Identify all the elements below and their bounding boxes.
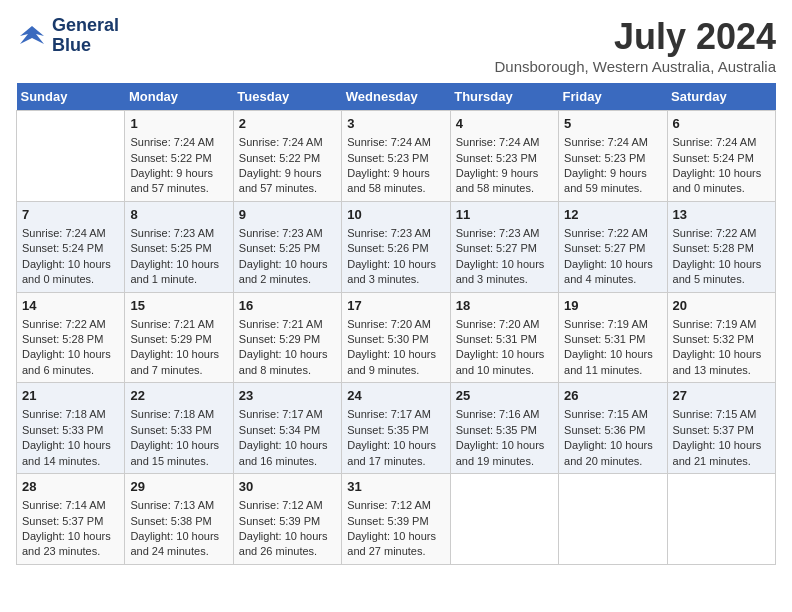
- calendar-cell: 28Sunrise: 7:14 AMSunset: 5:37 PMDayligh…: [17, 474, 125, 565]
- sunrise-text: Sunrise: 7:14 AM: [22, 499, 106, 511]
- sunrise-text: Sunrise: 7:18 AM: [22, 408, 106, 420]
- day-number: 22: [130, 387, 227, 405]
- day-number: 24: [347, 387, 444, 405]
- day-number: 28: [22, 478, 119, 496]
- calendar-cell: 24Sunrise: 7:17 AMSunset: 5:35 PMDayligh…: [342, 383, 450, 474]
- logo-text: GeneralBlue: [52, 16, 119, 56]
- day-number: 14: [22, 297, 119, 315]
- sunrise-text: Sunrise: 7:22 AM: [22, 318, 106, 330]
- sunset-text: Sunset: 5:35 PM: [456, 424, 537, 436]
- daylight-text: Daylight: 10 hours and 4 minutes.: [564, 258, 653, 285]
- sunset-text: Sunset: 5:27 PM: [564, 242, 645, 254]
- day-number: 27: [673, 387, 770, 405]
- calendar-cell: 5Sunrise: 7:24 AMSunset: 5:23 PMDaylight…: [559, 111, 667, 202]
- daylight-text: Daylight: 10 hours and 7 minutes.: [130, 348, 219, 375]
- sunset-text: Sunset: 5:22 PM: [239, 152, 320, 164]
- daylight-text: Daylight: 9 hours and 58 minutes.: [456, 167, 539, 194]
- logo-icon: [16, 22, 48, 50]
- sunrise-text: Sunrise: 7:23 AM: [239, 227, 323, 239]
- calendar-cell: 29Sunrise: 7:13 AMSunset: 5:38 PMDayligh…: [125, 474, 233, 565]
- sunset-text: Sunset: 5:37 PM: [22, 515, 103, 527]
- day-number: 6: [673, 115, 770, 133]
- day-number: 15: [130, 297, 227, 315]
- svg-marker-0: [20, 26, 44, 44]
- sunrise-text: Sunrise: 7:21 AM: [130, 318, 214, 330]
- col-header-tuesday: Tuesday: [233, 83, 341, 111]
- day-number: 13: [673, 206, 770, 224]
- daylight-text: Daylight: 10 hours and 19 minutes.: [456, 439, 545, 466]
- calendar-table: SundayMondayTuesdayWednesdayThursdayFrid…: [16, 83, 776, 565]
- calendar-cell: 25Sunrise: 7:16 AMSunset: 5:35 PMDayligh…: [450, 383, 558, 474]
- calendar-cell: [667, 474, 775, 565]
- daylight-text: Daylight: 9 hours and 57 minutes.: [239, 167, 322, 194]
- day-number: 2: [239, 115, 336, 133]
- daylight-text: Daylight: 10 hours and 8 minutes.: [239, 348, 328, 375]
- daylight-text: Daylight: 10 hours and 0 minutes.: [673, 167, 762, 194]
- logo: GeneralBlue: [16, 16, 119, 56]
- sunset-text: Sunset: 5:29 PM: [130, 333, 211, 345]
- week-row-4: 21Sunrise: 7:18 AMSunset: 5:33 PMDayligh…: [17, 383, 776, 474]
- calendar-cell: 1Sunrise: 7:24 AMSunset: 5:22 PMDaylight…: [125, 111, 233, 202]
- col-header-thursday: Thursday: [450, 83, 558, 111]
- sunrise-text: Sunrise: 7:21 AM: [239, 318, 323, 330]
- week-row-5: 28Sunrise: 7:14 AMSunset: 5:37 PMDayligh…: [17, 474, 776, 565]
- daylight-text: Daylight: 10 hours and 27 minutes.: [347, 530, 436, 557]
- calendar-cell: 11Sunrise: 7:23 AMSunset: 5:27 PMDayligh…: [450, 201, 558, 292]
- day-number: 25: [456, 387, 553, 405]
- calendar-cell: 18Sunrise: 7:20 AMSunset: 5:31 PMDayligh…: [450, 292, 558, 383]
- calendar-cell: 30Sunrise: 7:12 AMSunset: 5:39 PMDayligh…: [233, 474, 341, 565]
- sunset-text: Sunset: 5:32 PM: [673, 333, 754, 345]
- day-number: 1: [130, 115, 227, 133]
- daylight-text: Daylight: 10 hours and 0 minutes.: [22, 258, 111, 285]
- sunset-text: Sunset: 5:23 PM: [456, 152, 537, 164]
- daylight-text: Daylight: 10 hours and 16 minutes.: [239, 439, 328, 466]
- day-number: 9: [239, 206, 336, 224]
- sunset-text: Sunset: 5:26 PM: [347, 242, 428, 254]
- calendar-cell: 31Sunrise: 7:12 AMSunset: 5:39 PMDayligh…: [342, 474, 450, 565]
- day-number: 4: [456, 115, 553, 133]
- calendar-cell: 23Sunrise: 7:17 AMSunset: 5:34 PMDayligh…: [233, 383, 341, 474]
- sunset-text: Sunset: 5:24 PM: [673, 152, 754, 164]
- day-number: 21: [22, 387, 119, 405]
- sunrise-text: Sunrise: 7:23 AM: [347, 227, 431, 239]
- sunset-text: Sunset: 5:27 PM: [456, 242, 537, 254]
- sunset-text: Sunset: 5:37 PM: [673, 424, 754, 436]
- day-number: 23: [239, 387, 336, 405]
- day-number: 7: [22, 206, 119, 224]
- sunrise-text: Sunrise: 7:18 AM: [130, 408, 214, 420]
- calendar-cell: 9Sunrise: 7:23 AMSunset: 5:25 PMDaylight…: [233, 201, 341, 292]
- sunrise-text: Sunrise: 7:15 AM: [673, 408, 757, 420]
- sunrise-text: Sunrise: 7:24 AM: [239, 136, 323, 148]
- sunset-text: Sunset: 5:28 PM: [22, 333, 103, 345]
- day-number: 30: [239, 478, 336, 496]
- sunset-text: Sunset: 5:24 PM: [22, 242, 103, 254]
- header-row: SundayMondayTuesdayWednesdayThursdayFrid…: [17, 83, 776, 111]
- sunrise-text: Sunrise: 7:15 AM: [564, 408, 648, 420]
- calendar-cell: [559, 474, 667, 565]
- sunrise-text: Sunrise: 7:12 AM: [347, 499, 431, 511]
- calendar-cell: 21Sunrise: 7:18 AMSunset: 5:33 PMDayligh…: [17, 383, 125, 474]
- calendar-cell: 3Sunrise: 7:24 AMSunset: 5:23 PMDaylight…: [342, 111, 450, 202]
- sunrise-text: Sunrise: 7:23 AM: [456, 227, 540, 239]
- calendar-cell: 12Sunrise: 7:22 AMSunset: 5:27 PMDayligh…: [559, 201, 667, 292]
- day-number: 8: [130, 206, 227, 224]
- sunset-text: Sunset: 5:31 PM: [564, 333, 645, 345]
- daylight-text: Daylight: 10 hours and 21 minutes.: [673, 439, 762, 466]
- col-header-sunday: Sunday: [17, 83, 125, 111]
- sunrise-text: Sunrise: 7:19 AM: [673, 318, 757, 330]
- sunrise-text: Sunrise: 7:20 AM: [456, 318, 540, 330]
- sunset-text: Sunset: 5:36 PM: [564, 424, 645, 436]
- daylight-text: Daylight: 10 hours and 10 minutes.: [456, 348, 545, 375]
- daylight-text: Daylight: 9 hours and 57 minutes.: [130, 167, 213, 194]
- week-row-1: 1Sunrise: 7:24 AMSunset: 5:22 PMDaylight…: [17, 111, 776, 202]
- location-subtitle: Dunsborough, Western Australia, Australi…: [494, 58, 776, 75]
- sunrise-text: Sunrise: 7:24 AM: [22, 227, 106, 239]
- daylight-text: Daylight: 10 hours and 14 minutes.: [22, 439, 111, 466]
- calendar-cell: 22Sunrise: 7:18 AMSunset: 5:33 PMDayligh…: [125, 383, 233, 474]
- daylight-text: Daylight: 10 hours and 11 minutes.: [564, 348, 653, 375]
- daylight-text: Daylight: 10 hours and 3 minutes.: [456, 258, 545, 285]
- daylight-text: Daylight: 10 hours and 9 minutes.: [347, 348, 436, 375]
- sunrise-text: Sunrise: 7:19 AM: [564, 318, 648, 330]
- calendar-cell: [450, 474, 558, 565]
- calendar-cell: 27Sunrise: 7:15 AMSunset: 5:37 PMDayligh…: [667, 383, 775, 474]
